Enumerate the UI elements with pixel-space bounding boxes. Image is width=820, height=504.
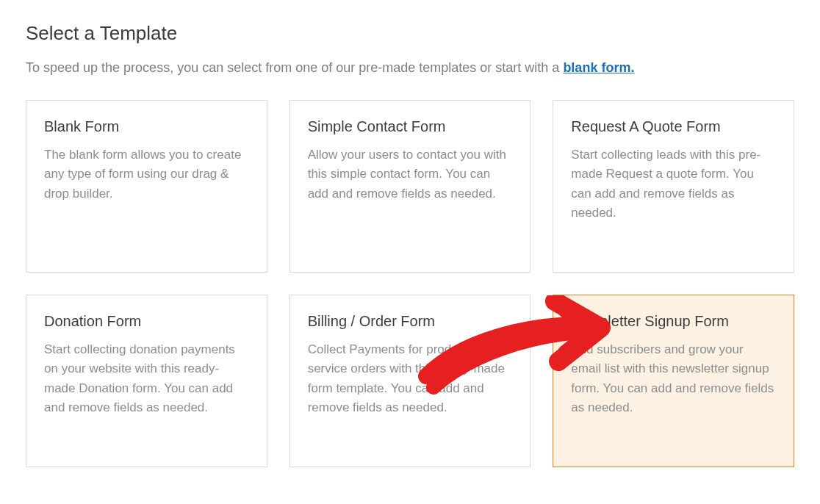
template-card-simple-contact[interactable]: Simple Contact Form Allow your users to … xyxy=(289,100,531,273)
page-title: Select a Template xyxy=(26,22,794,45)
template-card-description: Allow your users to contact you with thi… xyxy=(308,145,513,204)
description-text: To speed up the process, you can select … xyxy=(26,60,563,75)
template-card-title: Simple Contact Form xyxy=(308,118,513,135)
blank-form-link[interactable]: blank form. xyxy=(563,60,634,75)
template-card-description: Start collecting leads with this pre-mad… xyxy=(571,145,776,223)
template-card-blank-form[interactable]: Blank Form The blank form allows you to … xyxy=(26,100,267,273)
template-card-donation[interactable]: Donation Form Start collecting donation … xyxy=(26,295,267,467)
page-description: To speed up the process, you can select … xyxy=(26,58,794,78)
template-card-description: The blank form allows you to create any … xyxy=(44,145,249,204)
template-card-title: Request A Quote Form xyxy=(571,118,776,135)
template-card-description: Start collecting donation payments on yo… xyxy=(44,340,249,417)
template-card-description: Add subscribers and grow your email list… xyxy=(571,340,776,417)
template-card-description: Collect Payments for product and service… xyxy=(308,340,513,417)
template-card-newsletter-signup[interactable]: Newsletter Signup Form Add subscribers a… xyxy=(553,295,794,467)
template-card-title: Blank Form xyxy=(44,118,249,135)
template-card-title: Donation Form xyxy=(44,313,249,330)
template-grid: Blank Form The blank form allows you to … xyxy=(26,100,794,467)
template-card-title: Newsletter Signup Form xyxy=(571,313,776,330)
template-card-billing-order[interactable]: Billing / Order Form Collect Payments fo… xyxy=(289,295,531,467)
template-card-title: Billing / Order Form xyxy=(308,313,513,330)
template-card-request-quote[interactable]: Request A Quote Form Start collecting le… xyxy=(553,100,794,273)
